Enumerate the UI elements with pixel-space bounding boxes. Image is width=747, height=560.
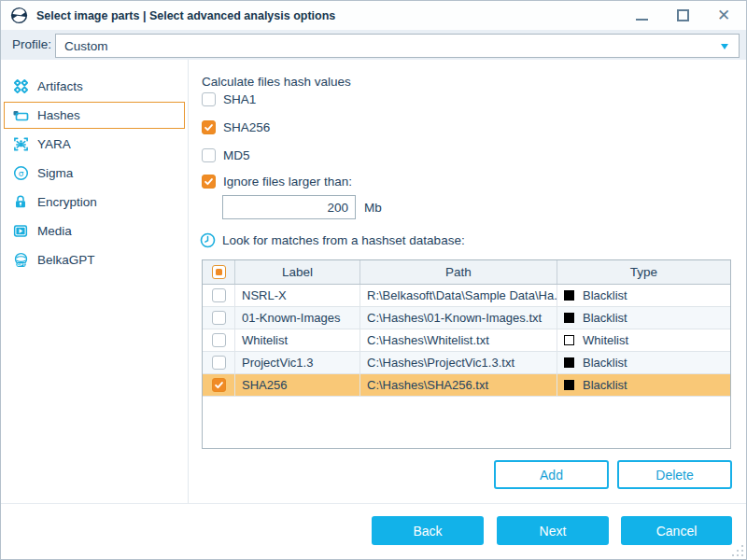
row-path: C:\Hashes\Whitelist.txt (360, 329, 557, 351)
row-path: R:\Belkasoft\Data\Sample Data\Ha... (360, 285, 557, 306)
hash-section-title: Calculate files hash values (202, 75, 351, 89)
dialog-window: { "window": { "title": "Select image par… (0, 0, 747, 560)
next-button[interactable]: Next (497, 516, 609, 545)
table-row[interactable]: ProjectVic1.3C:\Hashes\ProjectVic1.3.txt… (203, 352, 730, 374)
row-label: 01-Known-Images (235, 307, 360, 329)
chevron-down-icon (721, 44, 728, 49)
row-checkbox[interactable] (212, 311, 226, 325)
row-label: NSRL-X (235, 285, 360, 306)
column-header-label[interactable]: Label (235, 260, 360, 284)
row-type-label: Blacklist (583, 311, 627, 325)
svg-text:GPT: GPT (17, 262, 25, 267)
sidebar-item-artifacts[interactable]: Artifacts (4, 73, 185, 100)
hashset-row: Look for matches from a hashset database… (200, 232, 465, 248)
hash-option-label: MD5 (223, 148, 250, 162)
delete-button[interactable]: Delete (617, 460, 732, 489)
hashset-label: Look for matches from a hashset database… (222, 233, 465, 247)
row-checkbox-cell (203, 285, 235, 306)
hash-option-sha256: SHA256 (202, 119, 270, 134)
sidebar-item-label: Artifacts (37, 79, 83, 93)
window-controls: ✕ (634, 8, 737, 23)
row-checkbox[interactable] (212, 356, 226, 370)
row-label: SHA256 (235, 374, 360, 396)
sidebar-item-label: Sigma (37, 166, 73, 180)
row-type-label: Blacklist (583, 288, 627, 302)
profile-label: Profile: (12, 37, 51, 51)
md5-checkbox[interactable] (202, 148, 216, 162)
row-checkbox-cell (203, 374, 235, 396)
row-checkbox-cell (203, 329, 235, 351)
sidebar-item-hashes[interactable]: Hashes (4, 102, 185, 129)
hashes-icon (11, 107, 30, 124)
ignore-row: Ignore files larger than: (202, 174, 352, 189)
row-checkbox[interactable] (212, 288, 226, 302)
add-button[interactable]: Add (494, 460, 609, 489)
hash-options: SHA1SHA256MD5 (202, 91, 270, 162)
sidebar-item-encryption[interactable]: Encryption (4, 189, 185, 216)
sidebar: Artifacts Hashes YARA σ Sigma Encryption… (1, 73, 188, 275)
table-row[interactable]: WhitelistC:\Hashes\Whitelist.txtWhitelis… (203, 329, 730, 352)
minimize-button[interactable] (634, 8, 649, 23)
column-header-type[interactable]: Type (557, 260, 730, 284)
profile-dropdown[interactable]: Custom (55, 34, 740, 58)
select-all-checkbox-cell (203, 260, 235, 284)
row-checkbox-cell (203, 307, 235, 329)
row-type: Blacklist (557, 307, 730, 329)
close-button[interactable]: ✕ (716, 8, 731, 23)
blacklist-square-icon (564, 357, 574, 368)
row-checkbox[interactable] (212, 333, 226, 347)
column-header-path[interactable]: Path (360, 260, 557, 284)
sidebar-item-sigma[interactable]: σ Sigma (4, 160, 185, 187)
row-checkbox-cell (203, 352, 235, 373)
sidebar-divider (188, 60, 189, 503)
row-type: Blacklist (557, 374, 730, 396)
hash-option-label: SHA256 (223, 120, 270, 134)
sidebar-item-label: Media (37, 224, 72, 238)
svg-text:σ: σ (18, 169, 23, 178)
back-button[interactable]: Back (372, 516, 484, 545)
sidebar-item-label: Encryption (37, 195, 97, 209)
sidebar-item-yara[interactable]: YARA (4, 131, 185, 158)
sidebar-item-label: YARA (37, 137, 71, 151)
maximize-button[interactable] (675, 8, 690, 23)
row-label: Whitelist (235, 329, 360, 351)
cancel-button[interactable]: Cancel (621, 516, 732, 545)
select-all-checkbox[interactable] (212, 265, 226, 279)
ignore-checkbox[interactable] (202, 175, 216, 189)
blacklist-square-icon (564, 290, 574, 301)
table-header: Label Path Type (203, 260, 730, 285)
row-type-label: Whitelist (583, 333, 628, 347)
row-checkbox[interactable] (212, 378, 226, 392)
max-size-input[interactable] (222, 195, 356, 219)
row-path: C:\Hashes\01-Known-Images.txt (360, 307, 557, 329)
row-label: ProjectVic1.3 (235, 352, 360, 373)
table-row[interactable]: NSRL-XR:\Belkasoft\Data\Sample Data\Ha..… (203, 285, 730, 307)
hash-option-md5: MD5 (202, 147, 270, 162)
row-type: Blacklist (557, 285, 730, 306)
profile-value: Custom (64, 39, 108, 53)
clock-icon (200, 232, 216, 248)
row-path: C:\Hashes\SHA256.txt (360, 374, 557, 396)
app-logo-icon (10, 7, 28, 24)
blacklist-square-icon (564, 313, 574, 323)
hashset-table: Label Path Type NSRL-XR:\Belkasoft\Data\… (202, 259, 731, 449)
table-body: NSRL-XR:\Belkasoft\Data\Sample Data\Ha..… (203, 285, 730, 397)
resize-grip-icon[interactable] (730, 543, 743, 556)
blacklist-square-icon (564, 380, 574, 390)
sidebar-item-media[interactable]: Media (4, 217, 185, 245)
footer-divider (1, 503, 746, 504)
sha256-checkbox[interactable] (202, 120, 216, 134)
row-type-label: Blacklist (583, 356, 627, 370)
row-path: C:\Hashes\ProjectVic1.3.txt (360, 352, 557, 373)
artifacts-icon (11, 78, 30, 95)
yara-icon (11, 136, 30, 153)
ignore-label: Ignore files larger than: (223, 175, 352, 189)
size-unit-label: Mb (364, 201, 382, 215)
whitelist-square-icon (564, 335, 574, 345)
sidebar-item-belkagpt[interactable]: GPT BelkaGPT (4, 246, 185, 273)
table-row[interactable]: 01-Known-ImagesC:\Hashes\01-Known-Images… (203, 307, 730, 329)
row-type: Whitelist (557, 329, 730, 351)
table-row[interactable]: SHA256C:\Hashes\SHA256.txtBlacklist (203, 374, 730, 397)
sidebar-item-label: Hashes (37, 108, 80, 122)
sha1-checkbox[interactable] (202, 92, 216, 106)
